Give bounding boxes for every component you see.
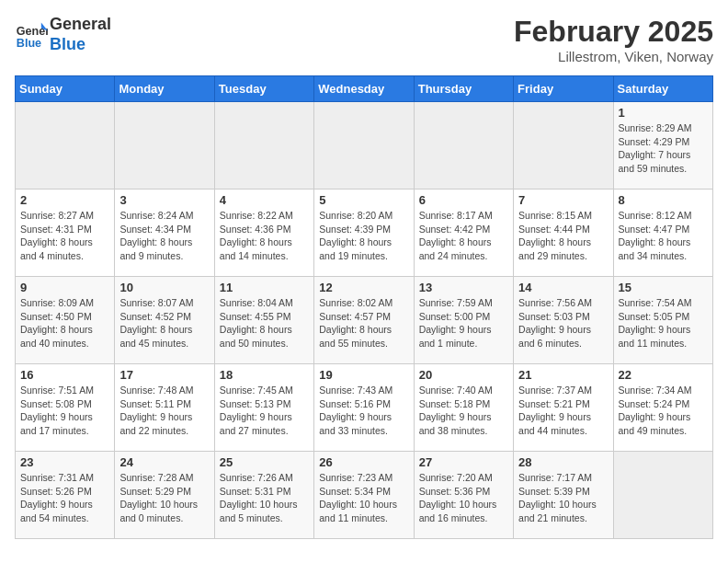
calendar-cell: 17Sunrise: 7:48 AM Sunset: 5:11 PM Dayli… <box>115 364 214 452</box>
calendar-cell: 18Sunrise: 7:45 AM Sunset: 5:13 PM Dayli… <box>214 364 313 452</box>
calendar-cell <box>115 102 214 190</box>
day-number: 10 <box>119 281 209 294</box>
title-block: February 2025 Lillestrom, Viken, Norway <box>514 15 713 64</box>
logo-general: General <box>50 15 111 35</box>
day-number: 4 <box>220 193 309 207</box>
calendar-cell <box>514 102 613 190</box>
day-number: 20 <box>419 368 508 382</box>
day-number: 26 <box>319 455 408 469</box>
calendar-cell: 19Sunrise: 7:43 AM Sunset: 5:16 PM Dayli… <box>314 364 414 452</box>
calendar-cell: 9Sunrise: 8:09 AM Sunset: 4:50 PM Daylig… <box>16 277 115 364</box>
calendar-cell <box>613 452 712 539</box>
day-number: 13 <box>419 281 508 294</box>
day-number: 6 <box>419 193 508 207</box>
day-number: 22 <box>619 368 708 382</box>
calendar-cell: 28Sunrise: 7:17 AM Sunset: 5:39 PM Dayli… <box>514 452 613 539</box>
day-info: Sunrise: 7:48 AM Sunset: 5:11 PM Dayligh… <box>119 384 209 438</box>
day-info: Sunrise: 8:29 AM Sunset: 4:29 PM Dayligh… <box>619 121 708 176</box>
day-number: 27 <box>419 455 508 469</box>
day-info: Sunrise: 7:17 AM Sunset: 5:39 PM Dayligh… <box>518 471 608 525</box>
weekday-header-monday: Monday <box>115 76 214 102</box>
day-number: 1 <box>619 106 708 120</box>
weekday-header-saturday: Saturday <box>613 76 712 102</box>
day-info: Sunrise: 8:22 AM Sunset: 4:36 PM Dayligh… <box>220 209 309 263</box>
calendar-cell: 25Sunrise: 7:26 AM Sunset: 5:31 PM Dayli… <box>214 452 313 539</box>
day-info: Sunrise: 7:51 AM Sunset: 5:08 PM Dayligh… <box>20 384 109 438</box>
calendar-cell: 24Sunrise: 7:28 AM Sunset: 5:29 PM Dayli… <box>115 452 214 539</box>
day-number: 2 <box>20 193 109 207</box>
day-info: Sunrise: 8:17 AM Sunset: 4:42 PM Dayligh… <box>419 209 508 263</box>
weekday-header-thursday: Thursday <box>414 76 513 102</box>
day-number: 14 <box>518 281 608 294</box>
calendar-cell: 8Sunrise: 8:12 AM Sunset: 4:47 PM Daylig… <box>613 190 712 277</box>
calendar-cell: 11Sunrise: 8:04 AM Sunset: 4:55 PM Dayli… <box>214 277 313 364</box>
calendar-cell: 14Sunrise: 7:56 AM Sunset: 5:03 PM Dayli… <box>514 277 613 364</box>
calendar-cell: 5Sunrise: 8:20 AM Sunset: 4:39 PM Daylig… <box>314 190 414 277</box>
day-info: Sunrise: 8:20 AM Sunset: 4:39 PM Dayligh… <box>319 209 408 263</box>
calendar-title: February 2025 <box>514 15 713 49</box>
calendar-cell: 7Sunrise: 8:15 AM Sunset: 4:44 PM Daylig… <box>514 190 613 277</box>
day-info: Sunrise: 7:45 AM Sunset: 5:13 PM Dayligh… <box>220 384 309 438</box>
page-header: General Blue General Blue February 2025 … <box>15 15 713 64</box>
day-info: Sunrise: 8:24 AM Sunset: 4:34 PM Dayligh… <box>119 209 209 263</box>
weekday-header-wednesday: Wednesday <box>314 76 414 102</box>
day-number: 9 <box>20 281 109 294</box>
day-info: Sunrise: 7:28 AM Sunset: 5:29 PM Dayligh… <box>119 471 209 525</box>
day-number: 28 <box>518 455 608 469</box>
day-number: 18 <box>220 368 309 382</box>
calendar-cell <box>314 102 414 190</box>
day-number: 7 <box>518 193 608 207</box>
day-number: 16 <box>20 368 109 382</box>
calendar-cell: 23Sunrise: 7:31 AM Sunset: 5:26 PM Dayli… <box>16 452 115 539</box>
day-info: Sunrise: 7:34 AM Sunset: 5:24 PM Dayligh… <box>619 384 708 438</box>
day-info: Sunrise: 8:09 AM Sunset: 4:50 PM Dayligh… <box>20 296 109 350</box>
calendar-cell: 26Sunrise: 7:23 AM Sunset: 5:34 PM Dayli… <box>314 452 414 539</box>
day-info: Sunrise: 7:23 AM Sunset: 5:34 PM Dayligh… <box>319 471 408 525</box>
day-info: Sunrise: 8:27 AM Sunset: 4:31 PM Dayligh… <box>20 209 109 263</box>
day-info: Sunrise: 8:04 AM Sunset: 4:55 PM Dayligh… <box>220 296 309 350</box>
day-number: 11 <box>220 281 309 294</box>
calendar-header: SundayMondayTuesdayWednesdayThursdayFrid… <box>16 76 713 102</box>
day-number: 8 <box>619 193 708 207</box>
weekday-header-sunday: Sunday <box>16 76 115 102</box>
calendar-cell: 20Sunrise: 7:40 AM Sunset: 5:18 PM Dayli… <box>414 364 513 452</box>
day-number: 17 <box>119 368 209 382</box>
day-number: 5 <box>319 193 408 207</box>
logo: General Blue General Blue <box>15 15 111 54</box>
calendar-cell: 1Sunrise: 8:29 AM Sunset: 4:29 PM Daylig… <box>613 102 712 190</box>
calendar-cell <box>414 102 513 190</box>
day-number: 15 <box>619 281 708 294</box>
weekday-header-tuesday: Tuesday <box>214 76 313 102</box>
day-info: Sunrise: 7:59 AM Sunset: 5:00 PM Dayligh… <box>419 296 508 350</box>
day-number: 23 <box>20 455 109 469</box>
day-info: Sunrise: 7:31 AM Sunset: 5:26 PM Dayligh… <box>20 471 109 525</box>
day-info: Sunrise: 7:40 AM Sunset: 5:18 PM Dayligh… <box>419 384 508 438</box>
calendar-cell: 27Sunrise: 7:20 AM Sunset: 5:36 PM Dayli… <box>414 452 513 539</box>
calendar-cell <box>16 102 115 190</box>
calendar-cell: 16Sunrise: 7:51 AM Sunset: 5:08 PM Dayli… <box>16 364 115 452</box>
day-info: Sunrise: 8:15 AM Sunset: 4:44 PM Dayligh… <box>518 209 608 263</box>
day-number: 25 <box>220 455 309 469</box>
day-number: 21 <box>518 368 608 382</box>
day-info: Sunrise: 7:43 AM Sunset: 5:16 PM Dayligh… <box>319 384 408 438</box>
day-info: Sunrise: 7:54 AM Sunset: 5:05 PM Dayligh… <box>619 296 708 350</box>
day-number: 12 <box>319 281 408 294</box>
calendar-cell: 13Sunrise: 7:59 AM Sunset: 5:00 PM Dayli… <box>414 277 513 364</box>
svg-text:Blue: Blue <box>17 36 41 49</box>
weekday-header-friday: Friday <box>514 76 613 102</box>
calendar-cell: 12Sunrise: 8:02 AM Sunset: 4:57 PM Dayli… <box>314 277 414 364</box>
calendar-cell: 6Sunrise: 8:17 AM Sunset: 4:42 PM Daylig… <box>414 190 513 277</box>
calendar-subtitle: Lillestrom, Viken, Norway <box>514 49 713 64</box>
calendar-cell: 21Sunrise: 7:37 AM Sunset: 5:21 PM Dayli… <box>514 364 613 452</box>
calendar-cell: 4Sunrise: 8:22 AM Sunset: 4:36 PM Daylig… <box>214 190 313 277</box>
day-info: Sunrise: 8:07 AM Sunset: 4:52 PM Dayligh… <box>119 296 209 350</box>
day-info: Sunrise: 7:26 AM Sunset: 5:31 PM Dayligh… <box>220 471 309 525</box>
calendar-body: 1Sunrise: 8:29 AM Sunset: 4:29 PM Daylig… <box>16 102 713 539</box>
calendar-table: SundayMondayTuesdayWednesdayThursdayFrid… <box>15 75 713 539</box>
calendar-cell <box>214 102 313 190</box>
calendar-cell: 15Sunrise: 7:54 AM Sunset: 5:05 PM Dayli… <box>613 277 712 364</box>
day-number: 19 <box>319 368 408 382</box>
logo-blue: Blue <box>50 35 111 55</box>
day-info: Sunrise: 7:37 AM Sunset: 5:21 PM Dayligh… <box>518 384 608 438</box>
logo-icon: General Blue <box>15 18 48 52</box>
